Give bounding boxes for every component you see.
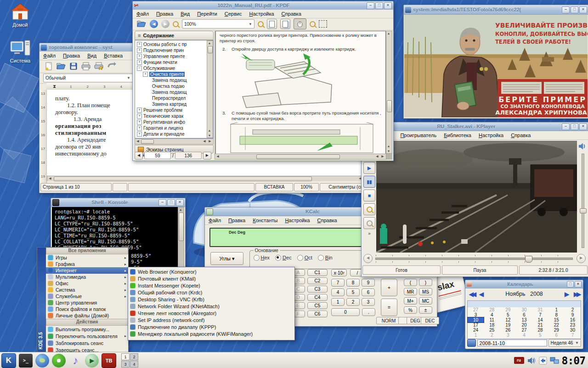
- kpdf-menu-item[interactable]: Справка: [282, 11, 301, 17]
- calendar-year[interactable]: 2008: [530, 291, 543, 297]
- kcalc-digit-button[interactable]: 8: [346, 279, 360, 287]
- kcalc-const-button[interactable]: C4: [307, 294, 328, 301]
- kmenu-app-item[interactable]: Игры▸: [46, 254, 128, 261]
- back-icon[interactable]: ◀: [150, 20, 158, 28]
- kpdf-minimize-button[interactable]: –: [367, 2, 374, 9]
- video-area[interactable]: [376, 141, 577, 253]
- calendar-day[interactable]: 14: [532, 317, 548, 322]
- kcalc-digit-button[interactable]: 3: [362, 298, 375, 306]
- pager-desktop-2[interactable]: 2: [130, 353, 138, 360]
- seek-slider[interactable]: [375, 258, 573, 260]
- kcalc-digit-button[interactable]: 4: [331, 288, 345, 296]
- forward-icon[interactable]: ▶: [161, 20, 170, 28]
- calendar-day[interactable]: 5: [532, 333, 548, 338]
- calendar-day[interactable]: 7: [565, 333, 581, 338]
- kcalc-plus-button[interactable]: +: [381, 279, 397, 296]
- browser-launcher[interactable]: [35, 354, 49, 368]
- toc-item[interactable]: +Решение проблем: [136, 107, 207, 113]
- kpdf-titlebar[interactable]: ✂ 1022n_Manual_RU.pdf - KPDF –□×: [133, 1, 393, 10]
- pager-desktop-1[interactable]: 1: [121, 353, 130, 360]
- kpdf-content-area[interactable]: черного пористого ролика внутри принтера…: [215, 31, 392, 160]
- submenu-item[interactable]: Network Folder Wizard (KNetAttach): [128, 303, 294, 310]
- calendar-day[interactable]: 1: [548, 307, 565, 312]
- pager-desktop-4[interactable]: 4: [130, 361, 138, 368]
- volume-tray-icon[interactable]: [527, 356, 536, 365]
- kmenu-app-item[interactable]: Личные файлы (Домой): [46, 312, 128, 319]
- kcalc-const-button[interactable]: C1: [307, 269, 328, 276]
- desktop-icon-system[interactable]: Система: [4, 40, 37, 63]
- konsole-minimize-button[interactable]: –: [158, 199, 166, 206]
- calendar-date-input[interactable]: [477, 339, 547, 346]
- calendar-day[interactable]: 5: [500, 312, 516, 317]
- kmenu-app-item[interactable]: Поиск файлов и папок: [46, 306, 128, 312]
- kmenu-app-item[interactable]: Графика▸: [46, 261, 128, 267]
- calendar-close-button[interactable]: ×: [575, 281, 582, 288]
- toc-item[interactable]: +Управление принте: [136, 53, 207, 59]
- writer-menu-item[interactable]: Правка: [63, 53, 80, 58]
- volume-icon[interactable]: [578, 143, 586, 150]
- calendar-day[interactable]: 20: [516, 322, 532, 328]
- zoom-out-button[interactable]: [363, 217, 375, 229]
- submenu-item[interactable]: Общий рабочий стол (Krdc): [128, 289, 294, 296]
- calendar-day[interactable]: 16: [565, 317, 581, 322]
- calendar-day[interactable]: 19: [500, 322, 516, 328]
- calendar-day[interactable]: 30: [565, 328, 581, 333]
- calendar-day[interactable]: 26: [500, 328, 516, 333]
- kcalc-digit-button[interactable]: 9: [362, 279, 375, 287]
- calendar-week-select[interactable]: Неделя 46▼: [548, 339, 581, 347]
- next-page-button[interactable]: ▶: [203, 152, 211, 160]
- calendar-day[interactable]: 6: [548, 333, 565, 338]
- calendar-day[interactable]: 23: [565, 322, 581, 328]
- konsole-titlebar[interactable]: Shell - Konsole –□×: [51, 198, 185, 207]
- kmenu-action-item[interactable]: Переключить пользователя▸: [46, 333, 128, 339]
- submenu-item[interactable]: Почтовый клиент (KMail): [128, 275, 294, 282]
- toc-scrollbar[interactable]: ▲▲▼: [207, 40, 213, 138]
- calendar-day[interactable]: 7: [532, 312, 548, 317]
- kmenu-action-item[interactable]: Заблокировать сеанс: [46, 339, 128, 346]
- kcalc-zero-button[interactable]: 0: [331, 308, 360, 316]
- calendar-day[interactable]: 21: [532, 322, 548, 328]
- zoom-in-button[interactable]: [363, 203, 375, 215]
- single-page-icon[interactable]: [267, 19, 277, 29]
- kpdf-menu-item[interactable]: Правка: [156, 11, 173, 17]
- toc-item[interactable]: Очистка подаю: [136, 83, 207, 89]
- kpdf-close-button[interactable]: ×: [384, 2, 392, 9]
- submenu-item[interactable]: Менеджер локальной радиосети (KWiFiManag…: [128, 330, 294, 337]
- toc-item[interactable]: Замена подающ: [136, 89, 207, 95]
- toc-hscrollbar[interactable]: ◀◀▶: [135, 138, 214, 144]
- kpdf-zoom-combo[interactable]: 100%▼: [182, 19, 254, 29]
- kcalc-menu-item[interactable]: Правка: [228, 218, 245, 223]
- kcalc-menu-item[interactable]: Константы: [253, 218, 277, 223]
- kmenu-launcher-button[interactable]: K: [1, 353, 16, 368]
- prev-year-button[interactable]: ◀◀: [469, 291, 475, 298]
- kplayer-window[interactable]: RU_Stalker.avi - KPlayer –□× д Проигрыва…: [361, 122, 588, 277]
- submenu-item[interactable]: Подключение по диалапу (KPPP): [128, 323, 294, 330]
- paragraph-style-combo[interactable]: Обычный▼: [43, 74, 133, 82]
- kplayer-maximize-button[interactable]: □: [571, 123, 578, 130]
- kcalc-memory-button[interactable]: MC: [419, 297, 432, 305]
- toc-item[interactable]: +Подключение прин: [136, 47, 207, 53]
- music-launcher[interactable]: ♪: [68, 354, 82, 368]
- toolbar-more-icon[interactable]: »: [368, 231, 371, 236]
- image-viewer-window[interactable]: system:/media/hda1/TESTO/Foto/a76d69ccc2…: [403, 5, 588, 119]
- viewer-maximize-button[interactable]: □: [571, 6, 578, 13]
- prev-page-button[interactable]: ◀: [135, 152, 143, 160]
- kpdf-menu-item[interactable]: Настройка: [249, 11, 274, 17]
- calendar-day[interactable]: 29: [548, 328, 565, 333]
- toc-item[interactable]: Перераспредел: [136, 95, 207, 101]
- kcalc-exp-button[interactable]: x·10ʸ: [331, 269, 347, 276]
- toc-item[interactable]: +Регулятивная инфо: [136, 119, 207, 125]
- undo-icon[interactable]: [107, 62, 117, 71]
- kcalc-memory-button[interactable]: M+: [404, 297, 417, 305]
- calendar-select-date-button[interactable]: [467, 339, 476, 347]
- next-year-button[interactable]: ▶▶: [574, 291, 579, 298]
- calendar-day[interactable]: 4: [516, 333, 532, 338]
- kplayer-close-button[interactable]: ×: [579, 123, 587, 130]
- kpdf-maximize-button[interactable]: □: [375, 2, 383, 9]
- kplayer-launcher[interactable]: ▶: [85, 354, 99, 368]
- kcalc-memory-button[interactable]: ±: [419, 306, 432, 314]
- konsole-maximize-button[interactable]: □: [167, 199, 175, 206]
- calendar-day[interactable]: 2: [565, 307, 581, 312]
- kcalc-dot-button[interactable]: .: [362, 308, 375, 316]
- calendar-day[interactable]: 2: [484, 333, 500, 338]
